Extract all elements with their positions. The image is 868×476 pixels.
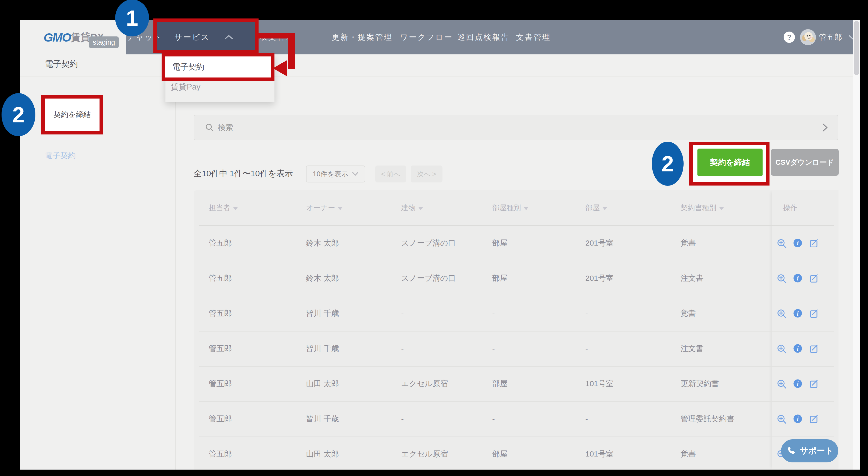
zoom-in-icon[interactable] [776,378,787,389]
table-row: 管五郎山田 太郎エクセル原宿部屋101号室覚書 [194,437,838,472]
svg-text:i: i [797,415,799,422]
cell-建物: - [401,296,404,331]
table-row: 管五郎鈴木 太郎スノーブ溝の口部屋201号室覚書 [194,226,838,261]
sidebar-item-conclude-contract[interactable]: 契約を締結 [41,95,103,135]
cell-部屋種別: - [492,296,495,331]
cell-部屋: 101号室 [585,366,614,401]
sort-icon[interactable] [602,207,608,210]
scrollbar-thumb[interactable] [854,21,859,75]
zoom-in-icon[interactable] [776,413,787,424]
cell-担当者: 管五郎 [209,296,232,331]
header-divider [20,76,853,77]
cell-部屋: 201号室 [585,226,614,261]
support-label: サポート [800,445,833,456]
sort-icon[interactable] [719,207,724,210]
cell-部屋: 201号室 [585,261,614,296]
annotation-arrow-vertical [288,33,295,69]
menu-item-econtract[interactable]: 電子契約 [162,53,275,81]
conclude-contract-button[interactable]: 契約を締結 [698,149,763,176]
annotation-arrow-head [273,60,287,77]
info-icon[interactable]: i [792,237,803,249]
avatar[interactable] [800,29,816,45]
nav-item-3[interactable]: 更新・提案管理 [332,20,393,54]
column-header-0[interactable]: 担当者 [209,190,238,225]
column-header-operations: 操作 [783,190,798,225]
table-row: 管五郎山田 太郎エクセル原宿部屋101号室更新契約書 [194,366,838,401]
cell-担当者: 管五郎 [209,437,232,472]
scrollbar-track[interactable] [853,20,860,470]
edit-icon[interactable] [808,413,820,424]
column-header-5[interactable]: 契約書種別 [681,190,724,225]
cell-担当者: 管五郎 [209,366,232,401]
search-input[interactable]: 検索 [194,115,838,140]
cell-建物: - [401,331,404,366]
cell-部屋種別: - [492,401,495,437]
edit-icon[interactable] [808,343,820,354]
menu-item-chintai-pay[interactable]: 賃貸Pay [171,82,200,92]
nav-item-label: 更新・提案管理 [332,32,393,42]
next-page-button[interactable]: 次へ > [411,166,442,182]
edit-icon[interactable] [808,237,820,249]
nav-item-label: 文書管理 [516,32,551,42]
column-header-label: 部屋種別 [492,203,521,213]
support-button[interactable]: サポート [781,439,838,463]
sort-icon[interactable] [524,207,529,210]
nav-item-6[interactable]: 文書管理 [516,20,551,54]
cell-担当者: 管五郎 [209,261,232,296]
svg-text:i: i [797,310,799,317]
column-header-label: 部屋 [585,203,600,213]
cell-建物: エクセル原宿 [401,437,448,472]
sort-icon[interactable] [338,207,343,210]
sidebar-item-econtract[interactable]: 電子契約 [45,150,76,161]
user-name: 管五郎 [819,32,842,42]
cell-建物: エクセル原宿 [401,366,448,401]
step-badge-1: 1 [115,0,149,36]
cell-部屋: - [585,331,588,366]
page-size-select[interactable]: 10件を表示 [306,166,365,182]
staging-badge: staging [89,36,119,48]
svg-text:i: i [797,275,799,282]
info-icon[interactable]: i [792,343,803,354]
frame-right [860,0,868,476]
column-header-2[interactable]: 建物 [401,190,423,225]
column-header-3[interactable]: 部屋種別 [492,190,529,225]
avatar-illustration [800,29,816,45]
info-icon[interactable]: i [792,272,803,284]
step-badge-2-sidebar: 2 [2,93,35,136]
cell-建物: - [401,401,404,437]
edit-icon[interactable] [808,272,820,284]
nav-item-4[interactable]: ワークフロー [400,20,453,54]
zoom-in-icon[interactable] [776,308,787,319]
cell-契約書種別: 覚書 [681,226,696,261]
info-icon[interactable]: i [792,378,803,389]
cell-オーナー: 皆川 千歳 [306,331,339,366]
help-icon[interactable]: ? [784,32,795,43]
table-row: 管五郎皆川 千歳---覚書 [194,296,838,331]
gmo-logo[interactable]: GMO [43,30,71,44]
sort-icon[interactable] [233,207,238,210]
edit-icon[interactable] [808,378,820,389]
zoom-in-icon[interactable] [776,343,787,354]
chevron-right-icon[interactable] [822,122,829,133]
info-icon[interactable]: i [792,308,803,319]
cell-建物: スノーブ溝の口 [401,261,456,296]
nav-item-5[interactable]: 巡回点検報告 [457,20,510,54]
edit-icon[interactable] [808,308,820,319]
zoom-in-icon[interactable] [776,272,787,284]
column-header-1[interactable]: オーナー [306,190,343,225]
cell-部屋: 101号室 [585,437,614,472]
svg-text:i: i [797,345,799,352]
sort-icon[interactable] [418,207,423,210]
step-badge-2-button: 2 [652,142,684,186]
frame-left [0,0,20,476]
sidebar-border [175,77,176,470]
column-header-4[interactable]: 部屋 [585,190,608,225]
info-icon[interactable]: i [792,413,803,424]
csv-download-button[interactable]: CSVダウンロード [771,149,839,176]
prev-page-button[interactable]: < 前へ [375,166,406,182]
cell-契約書種別: 覚書 [681,296,696,331]
zoom-in-icon[interactable] [776,237,787,249]
menu-item-econtract-label: 電子契約 [173,62,204,72]
user-menu[interactable]: 管五郎 [819,20,857,54]
cell-オーナー: 山田 太郎 [306,366,339,401]
